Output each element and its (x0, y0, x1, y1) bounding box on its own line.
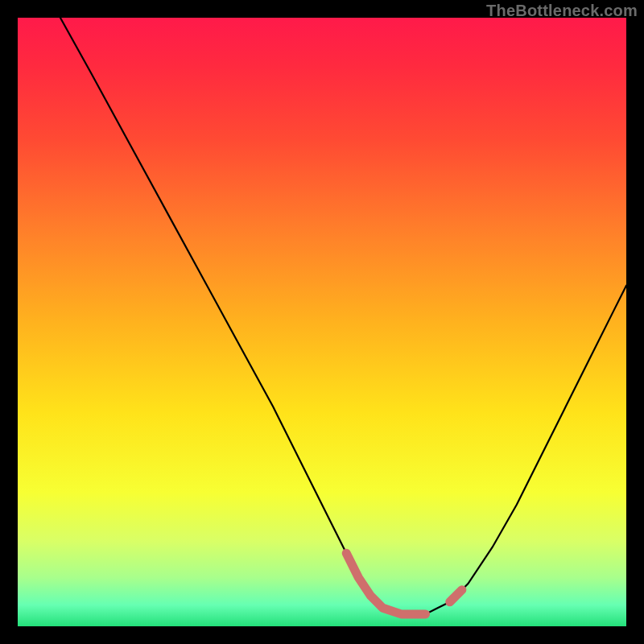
bottleneck-curve (60, 18, 626, 614)
chart-plot (18, 18, 626, 626)
indicator-seg-2 (450, 590, 462, 602)
chart-stage: TheBottleneck.com (0, 0, 644, 644)
watermark-text: TheBottleneck.com (486, 2, 638, 20)
indicator-seg-1 (346, 553, 425, 614)
